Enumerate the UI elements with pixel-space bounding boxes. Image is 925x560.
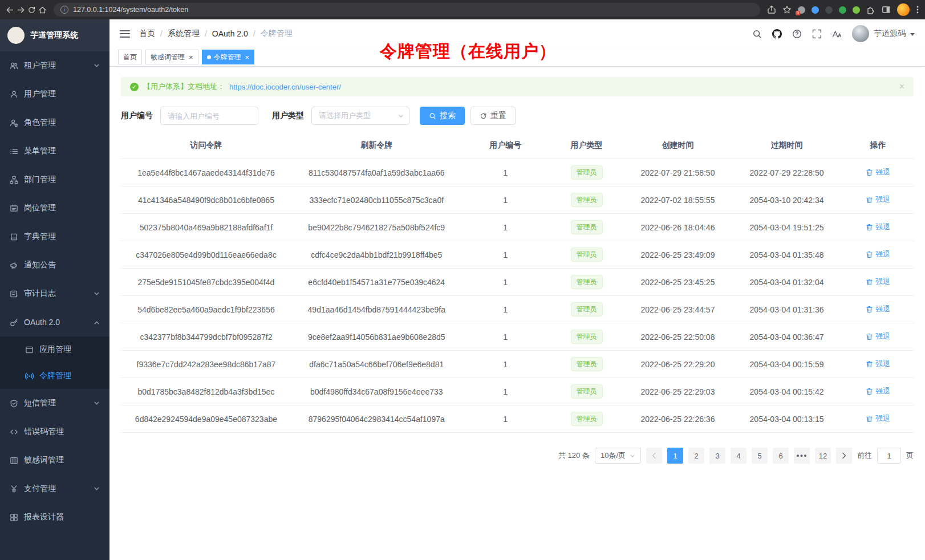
- more-pages-button[interactable]: ●●●: [794, 448, 810, 464]
- close-icon[interactable]: ×: [899, 82, 904, 92]
- sidebar-item-dept[interactable]: 部门管理: [0, 165, 109, 194]
- reset-button[interactable]: 重置: [470, 107, 516, 125]
- force-logout-button[interactable]: 强退: [866, 222, 890, 232]
- share-icon[interactable]: [767, 5, 776, 14]
- user-id-input[interactable]: [160, 107, 258, 125]
- action-label: 强退: [875, 304, 890, 314]
- sidebar-item-notice[interactable]: 通知公告: [0, 251, 109, 279]
- search-icon[interactable]: [752, 29, 762, 39]
- search-icon: [429, 112, 436, 120]
- sidebar-item-audit-log[interactable]: 审计日志: [0, 279, 109, 308]
- close-icon[interactable]: ×: [245, 54, 250, 61]
- sidebar-item-label: 角色管理: [24, 117, 56, 128]
- cell-user_type: 管理员: [549, 275, 624, 289]
- cell-created: 2022-06-26 18:04:46: [624, 223, 732, 232]
- help-icon[interactable]: [792, 29, 802, 39]
- extensions-puzzle-icon[interactable]: [866, 5, 875, 14]
- force-logout-button[interactable]: 强退: [866, 277, 890, 287]
- browser-menu-icon[interactable]: [916, 5, 919, 14]
- table-row: b0d1785bc3a8482f812db4a3f3bd15ecb0df4980…: [121, 378, 914, 405]
- extension-icon-1[interactable]: 0: [798, 6, 805, 14]
- sidebar-item-pay[interactable]: 支付管理: [0, 474, 109, 503]
- sidebar-item-tenant[interactable]: 租户管理: [0, 51, 109, 80]
- sidebar-item-report-designer[interactable]: 报表设计器: [0, 503, 109, 531]
- page-size-select[interactable]: 10条/页: [595, 448, 641, 464]
- bookmark-star-icon[interactable]: [782, 5, 792, 14]
- sidebar-item-label: 租户管理: [24, 60, 56, 71]
- force-logout-button[interactable]: 强退: [866, 331, 890, 342]
- force-logout-button[interactable]: 强退: [866, 359, 890, 369]
- page-button-12[interactable]: 12: [815, 448, 831, 464]
- fullscreen-icon[interactable]: [812, 29, 822, 39]
- sidebar-item-post[interactable]: 岗位管理: [0, 194, 109, 222]
- page-button-6[interactable]: 6: [773, 448, 789, 464]
- sidebar: 芋道管理系统 租户管理用户管理角色管理菜单管理部门管理岗位管理字典管理通知公告审…: [0, 19, 109, 560]
- page-button-4[interactable]: 4: [731, 448, 747, 464]
- doc-link[interactable]: https://doc.iocoder.cn/user-center/: [229, 83, 341, 91]
- force-logout-button[interactable]: 强退: [866, 249, 890, 259]
- font-size-icon[interactable]: [832, 29, 842, 39]
- cell-user_id: 1: [462, 387, 549, 396]
- page-button-1[interactable]: 1: [667, 448, 683, 464]
- force-logout-button[interactable]: 强退: [866, 167, 890, 177]
- next-page-button[interactable]: [836, 448, 852, 464]
- cell-action: 强退: [842, 359, 914, 370]
- app-title: 芋道管理系统: [30, 30, 78, 40]
- user-menu[interactable]: 芋道源码: [852, 25, 915, 42]
- extension-icon-4[interactable]: [839, 6, 846, 14]
- user-id-label: 用户编号: [121, 111, 153, 121]
- site-info-icon[interactable]: i: [60, 6, 68, 14]
- sidebar-item-dict[interactable]: 字典管理: [0, 222, 109, 251]
- tab-home[interactable]: 首页: [118, 50, 142, 64]
- sidebar-item-error-code[interactable]: 错误码管理: [0, 417, 109, 446]
- back-icon[interactable]: [6, 6, 14, 14]
- prev-page-button[interactable]: [646, 448, 662, 464]
- browser-profile-avatar[interactable]: [897, 3, 910, 16]
- page-button-2[interactable]: 2: [688, 448, 704, 464]
- sidebar-item-label: 错误码管理: [24, 427, 64, 437]
- sidebar-item-user[interactable]: 用户管理: [0, 80, 109, 108]
- sidebar-item-oauth2[interactable]: OAuth 2.0: [0, 308, 109, 336]
- sidebar-collapse-icon[interactable]: [120, 30, 130, 38]
- token-icon: [25, 372, 34, 380]
- breadcrumb-item[interactable]: OAuth 2.0: [212, 29, 248, 38]
- sidebar-item-role[interactable]: 角色管理: [0, 108, 109, 137]
- sidebar-item-oauth2-app[interactable]: 应用管理: [0, 336, 109, 363]
- force-logout-button[interactable]: 强退: [866, 194, 890, 205]
- sidebar-item-oauth2-token[interactable]: 令牌管理: [0, 363, 109, 389]
- user-type-label: 用户类型: [272, 111, 304, 121]
- goto-page-input[interactable]: [877, 448, 901, 464]
- reload-icon[interactable]: [27, 6, 36, 14]
- close-icon[interactable]: ×: [189, 54, 193, 61]
- address-bar[interactable]: i 127.0.0.1:1024/system/oauth2/token: [54, 3, 760, 17]
- force-logout-button[interactable]: 强退: [866, 386, 890, 396]
- cell-created: 2022-06-25 23:44:57: [624, 305, 732, 314]
- extension-icon-5[interactable]: [853, 6, 860, 14]
- cell-access_token: 275e5de9151045fe87cbdc395e004f4d: [121, 278, 291, 287]
- breadcrumb-item[interactable]: 系统管理: [168, 29, 200, 39]
- github-icon[interactable]: [772, 29, 782, 39]
- sms-icon: [10, 399, 18, 408]
- split-view-icon[interactable]: [882, 5, 891, 14]
- chevron-down-icon: [94, 400, 100, 407]
- trash-icon: [866, 169, 873, 176]
- extension-icon-2[interactable]: [812, 6, 819, 14]
- user-type-badge: 管理员: [571, 247, 603, 262]
- force-logout-button[interactable]: 强退: [866, 304, 890, 314]
- sidebar-item-sms[interactable]: 短信管理: [0, 389, 109, 417]
- column-header: 创建时间: [624, 140, 732, 151]
- force-logout-button[interactable]: 强退: [866, 413, 890, 424]
- user-type-select[interactable]: 请选择用户类型: [311, 107, 409, 125]
- extension-icon-3[interactable]: [825, 6, 833, 14]
- forward-icon[interactable]: [17, 6, 25, 14]
- search-button[interactable]: 搜索: [420, 107, 465, 125]
- tab-token[interactable]: 令牌管理×: [202, 50, 255, 64]
- sidebar-item-sensitive-word[interactable]: 敏感词管理: [0, 446, 109, 474]
- home-icon[interactable]: [38, 6, 47, 14]
- breadcrumb-item[interactable]: 首页: [139, 29, 155, 39]
- page-button-3[interactable]: 3: [709, 448, 725, 464]
- tab-sensitive-word[interactable]: 敏感词管理×: [145, 50, 198, 64]
- sensitive-icon: [10, 456, 18, 465]
- sidebar-item-menu[interactable]: 菜单管理: [0, 137, 109, 165]
- page-button-5[interactable]: 5: [752, 448, 768, 464]
